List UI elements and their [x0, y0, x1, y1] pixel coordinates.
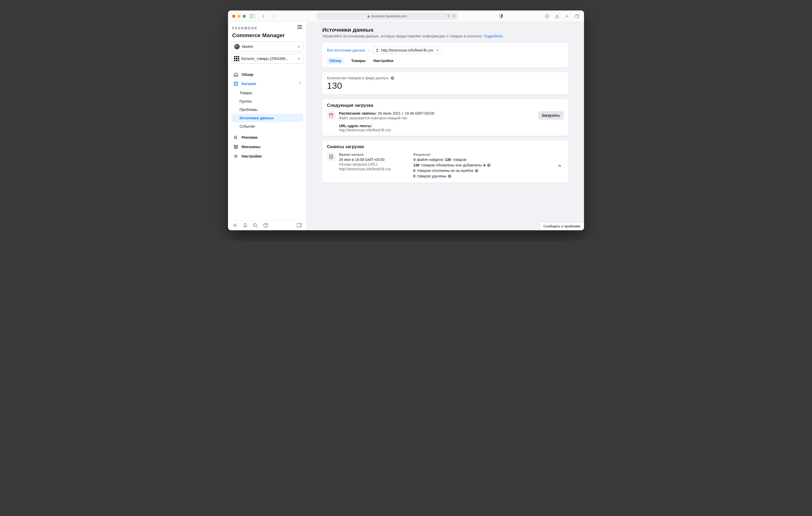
upload-button[interactable]: Загрузить	[538, 111, 563, 120]
page-title: Источники данных	[322, 27, 568, 33]
svg-point-10	[234, 224, 236, 226]
caret-down-icon: ▼	[298, 57, 300, 60]
catalog-selector[interactable]: Каталог_товары (2954395... ▼	[231, 54, 303, 64]
metric-value: 130	[327, 81, 563, 91]
catalog-name: Каталог_товары (2954395...	[241, 57, 288, 61]
url-bar[interactable]: business.facebook.com ᵃA	[317, 12, 458, 20]
sidebar-toggle-icon[interactable]	[250, 13, 255, 19]
svg-point-21	[329, 155, 333, 156]
result-updated: 130 товаров обновлены или добавлены i	[413, 163, 552, 167]
sidebar-item-groups[interactable]: Группы	[231, 97, 303, 105]
svg-rect-2	[368, 16, 370, 18]
feed-header-card: Все источники данных › http://testmouse.…	[322, 43, 568, 67]
window-controls[interactable]	[232, 14, 246, 18]
result-header: Результат	[413, 153, 552, 156]
product-title: Commerce Manager	[232, 32, 302, 38]
tab-settings[interactable]: Настройки	[373, 58, 394, 64]
home-icon	[233, 72, 238, 77]
sidebar-item-shops[interactable]: Магазины	[231, 142, 303, 152]
session-row: Время начала 26 июл в 18:58 GMT+03:00 Ру…	[327, 153, 563, 179]
tab-overview[interactable]: Обзор	[327, 58, 344, 64]
svg-rect-8	[575, 15, 578, 18]
report-problem-button[interactable]: Сообщить о проблеме	[540, 222, 584, 230]
sidebar-item-settings[interactable]: Настройки	[231, 152, 303, 161]
footer-panel-icon[interactable]	[297, 223, 301, 227]
svg-point-11	[254, 223, 257, 226]
menu-icon[interactable]	[297, 25, 302, 29]
sidebar-label: Настройки	[242, 154, 262, 158]
main-content: Источники данных Управляйте источниками …	[307, 22, 584, 230]
translate-icon[interactable]: ᵃA	[447, 14, 450, 18]
lock-icon	[367, 14, 370, 18]
schedule-label: Расписание замены:	[339, 111, 377, 115]
catalog-submenu: Товары Группы Проблемы Источники данных …	[231, 89, 303, 130]
next-upload-title: Следующая загрузка	[327, 103, 563, 108]
footer-bell-icon[interactable]	[243, 223, 248, 227]
business-name: Market	[242, 44, 253, 49]
expand-chevron-icon[interactable]	[556, 162, 563, 169]
brand-label: FACEBOOK	[232, 26, 302, 30]
chevron-right-icon: ›	[368, 48, 370, 52]
tabs-overview-icon[interactable]	[574, 13, 580, 19]
footer-help-icon[interactable]	[263, 223, 268, 227]
svg-point-9	[235, 155, 237, 157]
caret-down-icon: ▼	[436, 49, 439, 52]
browser-window: business.facebook.com ᵃA	[228, 10, 584, 230]
minimize-window-icon[interactable]	[237, 14, 240, 18]
feed-url-value: http://testmouse.info/feed-fb.csv	[339, 128, 534, 132]
business-selector[interactable]: Market ▼	[231, 41, 303, 52]
breadcrumb-all-sources[interactable]: Все источники данных	[327, 48, 365, 52]
gear-icon	[233, 154, 238, 158]
downloads-icon[interactable]	[544, 13, 550, 19]
upload-sessions-card: Сеансы загрузки Время начала 26 июл в 18…	[322, 141, 568, 183]
schedule-value: 26 июль 2021 г. 19:48 GMT+03:00	[378, 111, 434, 115]
footer-search-icon[interactable]	[253, 223, 258, 227]
feed-tabs: Обзор Товары Настройки	[327, 58, 563, 64]
sidebar-footer	[231, 220, 303, 230]
tab-products[interactable]: Товары	[351, 58, 366, 64]
session-method: Ручная загрузка (URL)	[339, 162, 392, 166]
sidebar-nav: Обзор Каталог ⌃ Товары Группы Проблемы И…	[231, 70, 303, 161]
share-icon[interactable]	[554, 13, 560, 19]
sidebar-item-data-sources[interactable]: Источники данных	[231, 114, 303, 122]
reload-icon[interactable]	[452, 14, 456, 18]
result-deleted: 0 товаров удалены i	[413, 174, 552, 178]
result-rejected: 0 товаров отклонены из-за ошибок i	[413, 169, 552, 173]
page-subtitle: Управляйте источниками данных, которые п…	[322, 34, 568, 38]
info-icon[interactable]: i	[391, 77, 394, 80]
footer-gear-icon[interactable]	[233, 223, 237, 227]
metric-label: Количество товаров в фиде данных: i	[327, 76, 563, 80]
forward-button-icon[interactable]	[270, 13, 276, 19]
sidebar-item-overview[interactable]: Обзор	[231, 70, 303, 79]
svg-rect-15	[297, 223, 301, 227]
close-window-icon[interactable]	[232, 14, 235, 18]
sidebar-label: Обзор	[242, 72, 253, 77]
info-icon[interactable]: i	[448, 175, 451, 178]
url-text: business.facebook.com	[372, 14, 407, 18]
learn-more-link[interactable]: Подробнее	[484, 34, 503, 38]
sidebar-item-issues[interactable]: Проблемы	[231, 105, 303, 114]
info-icon[interactable]: i	[487, 163, 491, 167]
maximize-window-icon[interactable]	[243, 14, 246, 18]
svg-point-13	[264, 223, 268, 227]
start-time-header: Время начала	[339, 153, 392, 156]
sidebar-item-catalog[interactable]: Каталог ⌃	[231, 79, 303, 88]
sidebar: FACEBOOK Commerce Manager Market ▼ Катал…	[228, 22, 307, 230]
sidebar-item-ads[interactable]: Реклама	[231, 133, 303, 142]
sidebar-item-events[interactable]: События	[231, 122, 303, 130]
database-icon	[327, 153, 335, 161]
shield-icon[interactable]	[498, 13, 504, 19]
app-body: FACEBOOK Commerce Manager Market ▼ Катал…	[228, 22, 584, 230]
back-button-icon[interactable]	[260, 13, 266, 19]
sidebar-label: Реклама	[242, 135, 258, 140]
svg-point-17	[300, 224, 301, 224]
new-tab-icon[interactable]	[564, 13, 570, 19]
clock-icon: ⏰	[327, 111, 335, 120]
feed-selector[interactable]: http://testmouse.info/feed-fb.csv ▼	[373, 47, 442, 54]
next-upload-card: Следующая загрузка ⏰ Расписание замены: …	[322, 99, 568, 136]
sidebar-item-products[interactable]: Товары	[231, 89, 303, 97]
info-icon[interactable]: i	[475, 169, 478, 173]
result-found: В файле найдено 130 товаров	[413, 157, 552, 162]
storefront-icon	[233, 145, 238, 149]
sidebar-label: Каталог	[242, 82, 256, 86]
